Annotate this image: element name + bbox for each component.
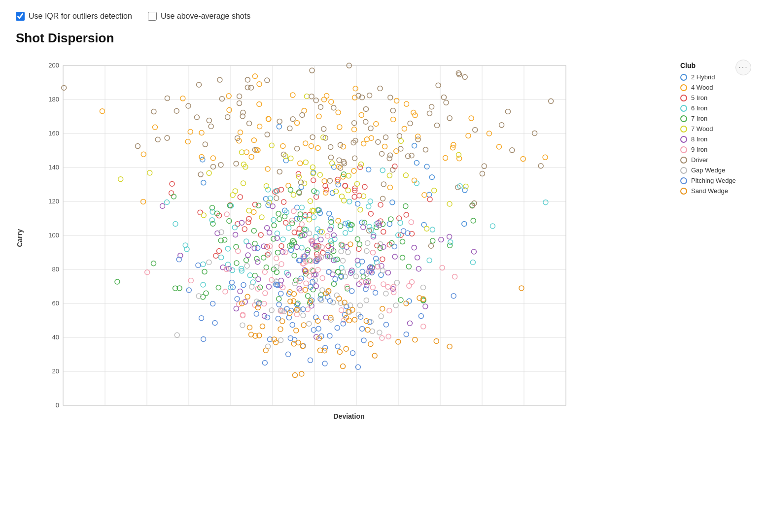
legend-color-circle bbox=[680, 105, 687, 112]
legend-panel: ··· Club 2 Hybrid4 Wood5 Iron6 Iron7 Iro… bbox=[672, 56, 751, 203]
legend-color-circle bbox=[680, 84, 687, 91]
legend-item: 8 Iron bbox=[680, 135, 743, 143]
legend-item: 9 Iron bbox=[680, 146, 743, 153]
iqr-checkbox-item[interactable]: Use IQR for outliers detection bbox=[16, 12, 132, 21]
legend-color-circle bbox=[680, 126, 687, 133]
chart-container: Deviation bbox=[34, 56, 664, 420]
legend-color-circle bbox=[680, 136, 687, 143]
legend-color-circle bbox=[680, 157, 687, 164]
legend-item: 7 Iron bbox=[680, 115, 743, 122]
legend-item: Pitching Wedge bbox=[680, 177, 743, 184]
legend-item-label: Driver bbox=[691, 156, 708, 164]
legend-item-label: Pitching Wedge bbox=[691, 177, 736, 184]
legend-color-circle bbox=[680, 177, 687, 184]
legend-item: 5 Iron bbox=[680, 94, 743, 101]
legend-item-label: 8 Iron bbox=[691, 135, 707, 143]
legend-color-circle bbox=[680, 188, 687, 195]
legend-item: 7 Wood bbox=[680, 125, 743, 133]
legend-color-circle bbox=[680, 74, 687, 81]
legend-item: 6 Iron bbox=[680, 104, 743, 112]
legend-color-circle bbox=[680, 146, 687, 153]
legend-item: Sand Wedge bbox=[680, 187, 743, 195]
chart-title: Shot Dispersion bbox=[16, 31, 751, 46]
legend-item-label: Sand Wedge bbox=[691, 187, 728, 195]
iqr-checkbox[interactable] bbox=[16, 12, 25, 21]
above-avg-checkbox-item[interactable]: Use above-average shots bbox=[148, 12, 250, 21]
legend-items: 2 Hybrid4 Wood5 Iron6 Iron7 Iron7 Wood8 … bbox=[680, 73, 743, 195]
y-axis-label: Carry bbox=[16, 229, 24, 247]
legend-item-label: 2 Hybrid bbox=[691, 73, 715, 81]
legend-title: Club bbox=[680, 62, 743, 69]
controls-bar: Use IQR for outliers detection Use above… bbox=[16, 12, 751, 21]
legend-color-circle bbox=[680, 115, 687, 122]
legend-item-label: Gap Wedge bbox=[691, 166, 725, 174]
legend-options-button[interactable]: ··· bbox=[735, 60, 751, 75]
legend-color-circle bbox=[680, 95, 687, 101]
legend-item-label: 6 Iron bbox=[691, 104, 707, 112]
legend-item: Driver bbox=[680, 156, 743, 164]
legend-item: 2 Hybrid bbox=[680, 73, 743, 81]
legend-item-label: 7 Iron bbox=[691, 115, 707, 122]
legend-item-label: 9 Iron bbox=[691, 146, 707, 153]
x-axis-label: Deviation bbox=[34, 412, 664, 420]
chart-area: Carry Deviation ··· Club 2 Hybrid4 Wood5… bbox=[16, 56, 751, 420]
legend-item: 4 Wood bbox=[680, 84, 743, 91]
above-avg-checkbox[interactable] bbox=[148, 12, 157, 21]
above-avg-label[interactable]: Use above-average shots bbox=[161, 12, 250, 21]
legend-item-label: 5 Iron bbox=[691, 94, 707, 101]
legend-color-circle bbox=[680, 167, 687, 174]
legend-item-label: 4 Wood bbox=[691, 84, 713, 91]
legend-item: Gap Wedge bbox=[680, 166, 743, 174]
scatter-plot bbox=[34, 56, 576, 410]
legend-item-label: 7 Wood bbox=[691, 125, 713, 133]
iqr-label[interactable]: Use IQR for outliers detection bbox=[29, 12, 132, 21]
